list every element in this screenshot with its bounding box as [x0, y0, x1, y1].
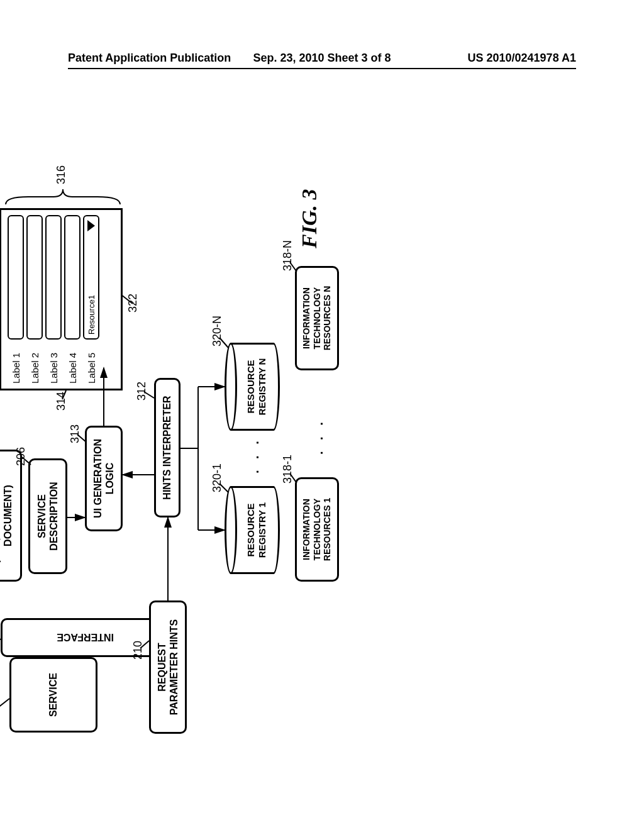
box-ui-logic: UI GENERATION LOGIC — [85, 426, 123, 531]
chevron-down-icon — [87, 220, 95, 231]
box-hints-interpreter: HINTS INTERPRETER — [154, 378, 180, 517]
ref-316: 316 — [55, 165, 68, 184]
ref-202: 202 — [0, 702, 3, 721]
ref-318-n: 318-N — [281, 240, 294, 271]
interface-label: INTERFACE — [57, 631, 114, 643]
res-reg-n-label: RESOURCE REGISTRY N — [240, 343, 274, 431]
page-header: Patent Application Publication Sep. 23, … — [68, 52, 576, 65]
form-dropdown-value: Resource1 — [87, 295, 96, 335]
box-interface: INTERFACE — [1, 618, 170, 657]
box-schema: SCHEMA (E.G., XML SCHEMA DOCUMENT) — [0, 450, 22, 582]
ref-322: 322 — [126, 294, 140, 313]
form-label-1: Label 1 — [11, 342, 21, 384]
form-label-5: Label 5 — [86, 342, 97, 384]
ref-320-n: 320-N — [211, 316, 224, 346]
header-center: Sep. 23, 2010 Sheet 3 of 8 — [237, 52, 406, 65]
form-label-3: Label 3 — [48, 342, 59, 384]
res-reg-1-label: RESOURCE REGISTRY 1 — [240, 486, 274, 574]
box-it-res-1: INFORMATION TECHNOLOGY RESOURCES 1 — [295, 477, 339, 582]
ref-318-1: 318-1 — [281, 455, 294, 484]
cyl-resource-registry-n: RESOURCE REGISTRY N — [225, 343, 280, 431]
ref-314: 314 — [55, 392, 68, 411]
form-field-4[interactable] — [64, 215, 80, 340]
ref-312: 312 — [135, 382, 148, 401]
header-rule — [68, 68, 576, 69]
box-service: SERVICE — [9, 657, 97, 733]
header-right: US 2010/0241978 A1 — [407, 52, 576, 65]
box-request-hints: REQUEST PARAMETER HINTS — [149, 600, 187, 734]
form-field-3[interactable] — [45, 215, 62, 340]
ref-320-1: 320-1 — [211, 463, 224, 492]
figure-3: 300 SERVICE 202 INTERFACE 204 SCHEMA (E.… — [3, 185, 644, 682]
page: Patent Application Publication Sep. 23, … — [0, 0, 644, 830]
form-label-2: Label 2 — [30, 342, 40, 384]
form-label-4: Label 4 — [67, 342, 78, 384]
box-it-res-n: INFORMATION TECHNOLOGY RESOURCES N — [295, 266, 339, 370]
form-field-1[interactable] — [8, 215, 24, 340]
dots-itres: . . . — [311, 418, 326, 455]
cyl-resource-registry-1: RESOURCE REGISTRY 1 — [225, 486, 280, 574]
box-service-desc: SERVICE DESCRIPTION — [28, 458, 67, 574]
form-field-2[interactable] — [26, 215, 43, 340]
ref-210: 210 — [131, 641, 145, 660]
brace-316 — [3, 187, 123, 206]
form-dropdown[interactable]: Resource1 — [83, 215, 99, 340]
ref-313: 313 — [69, 424, 82, 443]
header-left: Patent Application Publication — [68, 52, 237, 65]
figure-caption: FIG. 3 — [297, 189, 321, 248]
dots-registry: . . . — [247, 437, 262, 473]
form-panel: Label 1 Label 2 Label 3 Label 4 Label 5 … — [0, 208, 123, 390]
ref-206: 206 — [14, 447, 28, 466]
